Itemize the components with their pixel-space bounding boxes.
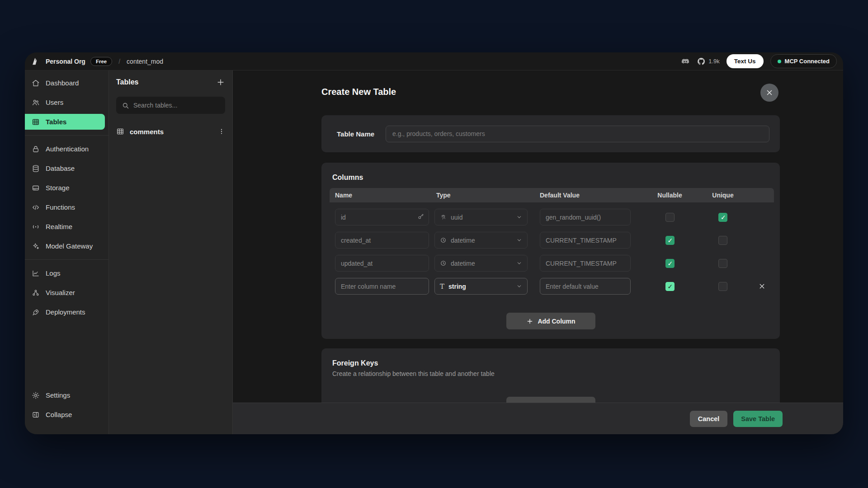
mcp-status-badge[interactable]: MCP Connected — [770, 54, 837, 68]
sidebar-item-visualizer[interactable]: Visualizer — [25, 285, 108, 300]
foreign-keys-subtitle: Create a relationship between this table… — [321, 367, 780, 377]
chart-line-icon — [32, 269, 40, 277]
column-type-select[interactable]: datetime — [434, 232, 528, 249]
sidebar-item-collapse[interactable]: Collapse — [25, 407, 108, 422]
cancel-button[interactable]: Cancel — [690, 411, 728, 427]
github-icon — [697, 57, 706, 66]
discord-icon[interactable] — [681, 57, 690, 66]
close-modal-button[interactable] — [760, 84, 778, 102]
status-dot-icon — [778, 60, 781, 63]
app-logo-icon[interactable] — [31, 56, 41, 66]
table-icon — [32, 118, 40, 126]
sidebar-item-label: Visualizer — [46, 289, 75, 296]
sidebar-spacer — [25, 324, 108, 387]
sidebar-item-label: Collapse — [46, 411, 72, 418]
app-window: Personal Org Free / content_mod 1.9k Tex… — [25, 52, 843, 434]
sidebar-item-authentication[interactable]: Authentication — [25, 141, 108, 157]
save-table-button[interactable]: Save Table — [733, 411, 783, 427]
sidebar-item-label: Users — [46, 99, 63, 106]
column-type-select[interactable]: datetime — [434, 255, 528, 272]
table-name-input[interactable] — [386, 126, 769, 142]
remove-column-button[interactable] — [758, 282, 766, 290]
collapse-icon — [32, 411, 40, 419]
code-icon — [32, 203, 40, 211]
column-type-select[interactable]: uuid — [434, 209, 528, 225]
column-row-new: T string — [330, 278, 774, 295]
sidebar-item-label: Tables — [46, 118, 66, 126]
table-name-card: Table Name — [321, 115, 780, 152]
nullable-checkbox[interactable] — [665, 282, 675, 291]
column-default-input[interactable] — [540, 232, 631, 249]
sidebar-item-label: Deployments — [46, 308, 85, 316]
chevron-down-icon — [516, 237, 522, 243]
home-icon — [32, 79, 40, 87]
table-list-item-comments[interactable]: comments — [109, 123, 232, 140]
text-type-icon: T — [440, 282, 444, 291]
sparkles-icon — [32, 242, 40, 250]
sidebar-item-users[interactable]: Users — [25, 94, 108, 110]
foreign-keys-heading: Foreign Keys — [321, 348, 780, 367]
sidebar-item-label: Model Gateway — [46, 242, 93, 250]
topbar-actions: 1.9k Text Us MCP Connected — [681, 54, 843, 68]
rocket-icon — [32, 308, 40, 316]
column-type-value: uuid — [451, 214, 512, 221]
new-column-name-input[interactable] — [335, 278, 429, 295]
unique-checkbox[interactable] — [718, 236, 727, 245]
sidebar-item-model-gateway[interactable]: Model Gateway — [25, 238, 108, 254]
column-default-input[interactable] — [540, 209, 631, 225]
search-tables-box[interactable] — [116, 97, 225, 114]
table-icon — [116, 127, 124, 136]
sidebar-item-tables[interactable]: Tables — [25, 114, 105, 130]
header-nullable: Nullable — [644, 192, 696, 199]
gear-icon — [32, 391, 40, 399]
sidebar-item-label: Authentication — [46, 145, 89, 153]
table-item-name: comments — [130, 128, 212, 136]
chevron-down-icon — [516, 260, 522, 266]
lock-icon — [32, 145, 40, 153]
unique-checkbox[interactable] — [718, 213, 727, 222]
new-column-type-select[interactable]: T string — [434, 278, 528, 295]
sidebar-item-functions[interactable]: Functions — [25, 199, 108, 215]
sidebar-divider — [25, 259, 108, 260]
add-table-button[interactable] — [216, 78, 225, 87]
sidebar-item-deployments[interactable]: Deployments — [25, 304, 108, 320]
unique-checkbox[interactable] — [718, 259, 727, 268]
project-name[interactable]: content_mod — [127, 58, 163, 65]
nullable-checkbox[interactable] — [665, 236, 675, 245]
header-name: Name — [330, 192, 434, 199]
add-column-button[interactable]: Add Column — [506, 313, 595, 329]
sidebar-item-dashboard[interactable]: Dashboard — [25, 75, 108, 91]
column-row-created-at: datetime — [330, 232, 774, 249]
top-bar: Personal Org Free / content_mod 1.9k Tex… — [25, 52, 843, 70]
sidebar-item-logs[interactable]: Logs — [25, 265, 108, 281]
text-us-button[interactable]: Text Us — [726, 54, 764, 68]
search-icon — [122, 102, 129, 109]
sidebar-item-database[interactable]: Database — [25, 160, 108, 176]
chevron-down-icon — [516, 214, 522, 220]
org-name[interactable]: Personal Org — [46, 58, 85, 65]
unique-checkbox[interactable] — [718, 282, 727, 291]
github-star-count: 1.9k — [708, 58, 720, 65]
clock-icon — [440, 237, 447, 244]
column-name-input[interactable] — [335, 209, 429, 225]
sidebar-item-label: Realtime — [46, 223, 72, 230]
nullable-checkbox[interactable] — [665, 259, 675, 268]
sidebar-item-label: Logs — [46, 269, 61, 277]
network-icon — [32, 289, 40, 297]
sidebar-item-storage[interactable]: Storage — [25, 180, 108, 196]
column-name-input[interactable] — [335, 232, 429, 249]
plan-badge: Free — [90, 57, 112, 66]
fingerprint-icon — [440, 214, 447, 221]
plus-icon — [526, 318, 533, 325]
breadcrumb-separator: / — [118, 58, 120, 65]
kebab-menu-icon[interactable] — [218, 128, 225, 135]
column-default-input[interactable] — [540, 255, 631, 272]
sidebar-item-realtime[interactable]: Realtime — [25, 219, 108, 235]
column-name-input[interactable] — [335, 255, 429, 272]
nullable-checkbox[interactable] — [665, 213, 675, 222]
mcp-status-text: MCP Connected — [785, 58, 830, 65]
new-column-default-input[interactable] — [540, 278, 631, 295]
search-tables-input[interactable] — [133, 102, 220, 109]
github-stars[interactable]: 1.9k — [697, 57, 720, 66]
sidebar-item-settings[interactable]: Settings — [25, 387, 108, 403]
